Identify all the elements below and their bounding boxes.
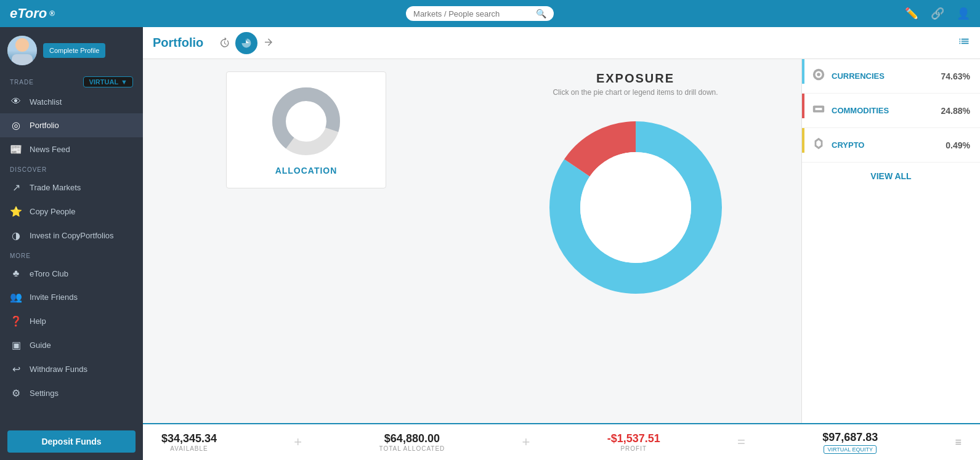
plus-operator-2: + [522, 434, 530, 450]
search-input[interactable] [413, 9, 531, 18]
avatar [7, 36, 37, 65]
deposit-funds-button[interactable]: Deposit Funds [7, 430, 136, 453]
sidebar-item-etoro-club[interactable]: ♣ eToro Club [0, 262, 143, 285]
invite-friends-icon: 👥 [10, 291, 22, 303]
avatar-shirt [12, 54, 33, 65]
tab-history-button[interactable] [213, 32, 235, 54]
sidebar-item-watchlist[interactable]: 👁 Watchlist [0, 90, 143, 113]
sidebar-item-label: Trade Markets [30, 183, 81, 192]
profit-label: PROFIT [620, 445, 647, 452]
sidebar: Complete Profile TRADE VIRTUAL ▼ 👁 Watch… [0, 27, 143, 460]
sidebar-item-label: Help [30, 317, 46, 326]
tab-pie-chart-button[interactable] [235, 32, 257, 54]
allocation-label: ALLOCATION [275, 166, 338, 176]
commodities-svg [812, 102, 825, 116]
legend-item-crypto[interactable]: CRYPTO 0.49% [802, 128, 980, 163]
sidebar-item-trade-markets[interactable]: ↗ Trade Markets [0, 176, 143, 200]
guide-icon: ▣ [10, 339, 22, 351]
edit-icon[interactable]: ✏️ [905, 7, 918, 20]
currencies-svg [812, 68, 825, 81]
sidebar-item-help[interactable]: ❓ Help [0, 309, 143, 333]
sidebar-item-label: Copy People [30, 207, 75, 216]
legend-item-currencies[interactable]: CURRENCIES 74.63% [802, 59, 980, 94]
portfolio-title: Portfolio [153, 36, 203, 50]
sidebar-item-portfolio[interactable]: ◎ Portfolio [0, 113, 143, 137]
right-panel: CURRENCIES 74.63% COMMODITIES 24.88% [801, 59, 980, 423]
exposure-subtitle: Click on the pie chart or legend items t… [553, 88, 718, 97]
content-area: Portfolio [143, 27, 980, 460]
crypto-name: CRYPTO [832, 140, 946, 150]
copy-portfolios-icon: ◑ [10, 230, 22, 241]
share-icon[interactable]: 🔗 [931, 7, 944, 20]
sidebar-item-withdraw-funds[interactable]: ↩ Withdraw Funds [0, 357, 143, 381]
portfolio-content: ALLOCATION EXPOSURE Click on the pie cha… [143, 59, 980, 423]
sidebar-item-label: Guide [30, 341, 51, 350]
complete-profile-button[interactable]: Complete Profile [43, 43, 105, 58]
center-panel: EXPOSURE Click on the pie chart or legen… [469, 59, 801, 423]
exposure-donut[interactable] [537, 109, 734, 306]
withdraw-icon: ↩ [10, 363, 22, 375]
sidebar-item-copy-portfolios[interactable]: ◑ Invest in CopyPortfolios [0, 224, 143, 248]
sidebar-item-label: eToro Club [30, 269, 68, 278]
search-bar[interactable]: 🔍 [406, 6, 554, 21]
currencies-color-bar [802, 59, 804, 84]
crypto-color-bar [802, 128, 804, 153]
left-panel: ALLOCATION [143, 59, 469, 423]
list-view-button[interactable] [958, 35, 970, 50]
virtual-badge[interactable]: VIRTUAL ▼ [83, 76, 133, 87]
available-stat: $34,345.34 AVAILABLE [161, 432, 217, 452]
bottom-list-icon[interactable]: ≡ [955, 436, 962, 449]
allocated-label: TOTAL ALLOCATED [379, 445, 445, 452]
sidebar-item-copy-people[interactable]: ⭐ Copy People [0, 200, 143, 224]
pie-chart-icon [241, 38, 252, 49]
allocation-donut [269, 84, 343, 158]
available-amount: $34,345.34 [161, 432, 217, 445]
sidebar-item-label: Portfolio [30, 121, 59, 130]
view-all-button[interactable]: VIEW ALL [802, 163, 980, 190]
allocated-amount: $64,880.00 [384, 432, 440, 445]
profit-amount: -$1,537.51 [607, 432, 660, 445]
crypto-icon [812, 137, 825, 153]
search-icon: 🔍 [536, 9, 546, 18]
sidebar-bottom: Deposit Funds [0, 423, 143, 460]
trade-markets-icon: ↗ [10, 182, 22, 193]
user-portfolio-icon[interactable]: 👤 [957, 7, 970, 20]
allocated-stat: $64,880.00 TOTAL ALLOCATED [379, 432, 445, 452]
watchlist-icon: 👁 [10, 96, 22, 107]
crypto-svg [812, 137, 825, 150]
trade-label: TRADE [10, 79, 34, 86]
tab-transfer-button[interactable] [257, 32, 280, 54]
avatar-head [15, 38, 29, 52]
more-label: MORE [0, 248, 143, 262]
currencies-icon [812, 68, 825, 84]
sidebar-item-label: Invite Friends [30, 293, 78, 302]
sidebar-item-news-feed[interactable]: 📰 News Feed [0, 137, 143, 161]
sidebar-item-settings[interactable]: ⚙ Settings [0, 381, 143, 405]
list-icon [958, 35, 970, 47]
portfolio-icon: ◎ [10, 119, 22, 131]
allocation-donut-svg [269, 84, 343, 158]
transfer-icon [263, 38, 274, 49]
currencies-pct: 74.63% [941, 71, 970, 81]
bottom-bar: $34,345.34 AVAILABLE + $64,880.00 TOTAL … [143, 423, 980, 460]
svg-point-5 [580, 152, 691, 263]
top-header: eToro ® 🔍 ✏️ 🔗 👤 [0, 0, 980, 27]
equity-amount: $97,687.83 [822, 431, 878, 444]
sidebar-item-invite-friends[interactable]: 👥 Invite Friends [0, 285, 143, 309]
history-icon [219, 38, 230, 49]
equals-operator: = [737, 434, 745, 450]
legend-item-commodities[interactable]: COMMODITIES 24.88% [802, 94, 980, 128]
exposure-donut-svg [537, 109, 734, 306]
portfolio-tabs: Portfolio [143, 27, 980, 59]
commodities-pct: 24.88% [941, 106, 970, 116]
sidebar-trade-row: TRADE VIRTUAL ▼ [0, 74, 143, 90]
sidebar-item-label: Invest in CopyPortfolios [30, 231, 114, 240]
currencies-name: CURRENCIES [832, 71, 941, 81]
chevron-down-icon: ▼ [121, 78, 128, 86]
crypto-pct: 0.49% [946, 140, 970, 150]
sidebar-item-guide[interactable]: ▣ Guide [0, 333, 143, 357]
allocation-card: ALLOCATION [226, 71, 386, 188]
copy-people-icon: ⭐ [10, 206, 22, 217]
virtual-badge-text: VIRTUAL [89, 78, 118, 86]
virtual-equity-badge: VIRTUAL EQUITY [824, 445, 877, 454]
